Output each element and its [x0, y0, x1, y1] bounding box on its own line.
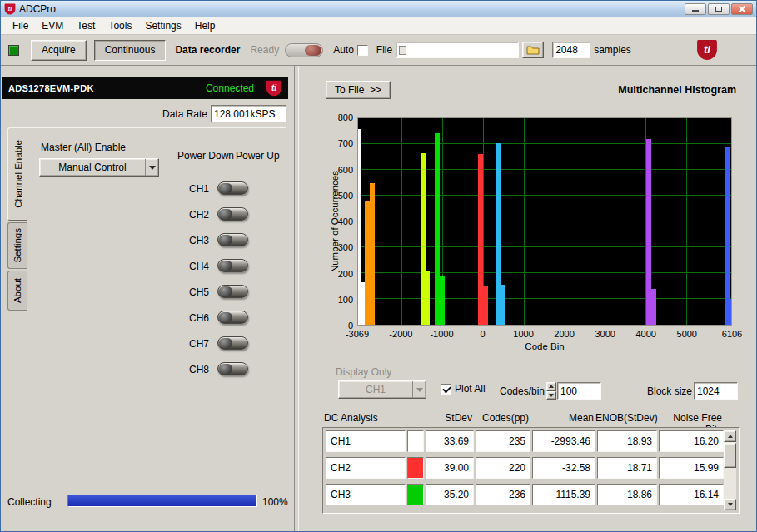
tab-settings-label: Settings — [12, 228, 22, 263]
to-file-button[interactable]: To File >> — [326, 81, 391, 99]
master-enable-dropdown[interactable]: Manual Control — [39, 158, 159, 177]
record-toggle[interactable] — [285, 43, 323, 57]
row-channel: CH2 — [326, 457, 406, 479]
ch3-power-toggle[interactable] — [217, 233, 248, 246]
samples-input[interactable]: 2048 — [552, 42, 590, 58]
table-row: CH2 39.00 220 -32.58 18.71 15.99 — [326, 457, 736, 479]
grid-line — [358, 298, 731, 299]
scrollbar-thumb[interactable] — [724, 443, 736, 468]
display-only-label: Display Only — [336, 366, 391, 378]
tab-channel-enable[interactable]: Channel Enable — [7, 127, 27, 221]
toggle-knob — [219, 183, 232, 193]
scroll-down-icon[interactable] — [724, 499, 736, 510]
row-mean: -32.58 — [532, 457, 595, 479]
histogram-bar — [483, 286, 488, 326]
toggle-knob — [305, 45, 321, 56]
grid-line — [401, 118, 402, 325]
tab-channel-enable-label: Channel Enable — [13, 140, 23, 208]
row-codes-pp: 220 — [476, 457, 530, 479]
path-icon — [399, 46, 406, 55]
dc-row-swatch-1 — [407, 430, 424, 452]
table-scrollbar[interactable] — [724, 430, 736, 510]
table-row: CH1 33.69 235 -2993.46 18.93 16.20 — [326, 430, 736, 452]
acquire-button[interactable]: Acquire — [31, 40, 87, 61]
close-button[interactable] — [731, 3, 753, 15]
menu-settings[interactable]: Settings — [138, 18, 187, 33]
maximize-button[interactable] — [708, 3, 730, 15]
power-down-label: Power Down — [177, 150, 234, 162]
app-icon: ti — [4, 3, 16, 15]
x-tick-label: 1000 — [513, 329, 533, 339]
ch5-power-toggle[interactable] — [217, 285, 248, 298]
histogram-bar — [425, 271, 430, 325]
ch2-label: CH2 — [152, 209, 209, 221]
ch8-power-toggle[interactable] — [217, 362, 248, 375]
data-rate-input[interactable]: 128.001kSPS — [211, 105, 286, 122]
svg-text:ti: ti — [271, 83, 276, 92]
grid-line — [358, 169, 731, 170]
x-tick-label: 5000 — [677, 329, 697, 339]
ch4-power-toggle[interactable] — [217, 259, 248, 272]
tab-settings[interactable]: Settings — [7, 222, 27, 269]
ch6-power-toggle[interactable] — [217, 311, 248, 324]
plot-all-checkbox[interactable] — [441, 384, 451, 395]
data-rate-label: Data Rate — [126, 108, 207, 120]
x-tick-label: 6106 — [722, 329, 742, 339]
file-label: File — [376, 44, 392, 56]
minimize-button[interactable] — [685, 3, 706, 15]
auto-checkbox[interactable] — [357, 45, 368, 56]
histogram-plot[interactable] — [357, 117, 732, 326]
row-channel: CH1 — [326, 430, 406, 452]
continuous-button[interactable]: Continuous — [94, 40, 167, 61]
row-mean: -1115.39 — [532, 484, 595, 505]
y-axis-ticks: 0100200300400500600700800 — [332, 117, 355, 326]
row-stdev: 39.00 — [426, 457, 474, 479]
toggle-knob — [219, 235, 232, 245]
codes-per-bin-spinner[interactable] — [546, 382, 556, 400]
row-noise-free-bits: 16.14 — [659, 484, 724, 505]
histogram-bar — [725, 147, 730, 325]
ch2-power-toggle[interactable] — [217, 207, 248, 221]
dc-row-swatch-2 — [407, 457, 424, 479]
dropdown-arrow-icon — [145, 159, 158, 176]
ch7-power-toggle[interactable] — [217, 336, 248, 350]
row-noise-free-bits: 15.99 — [659, 457, 724, 479]
row-mean: -2993.46 — [532, 430, 595, 452]
menu-tools[interactable]: Tools — [102, 18, 138, 33]
row-codes-pp: 236 — [476, 484, 530, 505]
y-tick-label: 400 — [338, 216, 353, 226]
file-path-input[interactable] — [396, 42, 519, 58]
menu-evm[interactable]: EVM — [35, 18, 70, 33]
menu-test[interactable]: Test — [70, 18, 102, 33]
tab-about[interactable]: About — [7, 271, 27, 311]
x-tick-label: 3000 — [595, 329, 615, 339]
ch7-label: CH7 — [152, 338, 209, 350]
ch6-label: CH6 — [152, 312, 209, 324]
x-tick-label: 2000 — [554, 329, 574, 339]
ch1-power-toggle[interactable] — [217, 181, 248, 195]
toggle-knob — [219, 364, 232, 374]
x-tick-label: -2000 — [389, 329, 412, 339]
toolbar: Acquire Continuous Data recorder Ready A… — [1, 35, 756, 66]
y-tick-label: 600 — [338, 165, 353, 175]
spinner-down-icon[interactable] — [546, 391, 556, 400]
menu-help[interactable]: Help — [188, 18, 222, 33]
display-channel-dropdown[interactable]: CH1 — [338, 380, 426, 399]
progress-percent: 100% — [262, 496, 288, 508]
auto-label: Auto — [333, 44, 354, 56]
connection-status: Connected — [206, 82, 254, 94]
row-enob: 18.93 — [597, 430, 657, 452]
x-tick-label: -3069 — [346, 329, 369, 339]
acquire-led-indicator — [8, 45, 19, 56]
dropdown-arrow-icon — [412, 381, 426, 398]
x-axis-label: Code Bin — [357, 341, 732, 351]
codes-per-bin-input[interactable]: 100 — [557, 382, 601, 400]
samples-label: samples — [594, 44, 631, 56]
browse-folder-button[interactable] — [522, 42, 544, 58]
menu-file[interactable]: File — [6, 18, 35, 33]
x-axis-ticks: -3069-2000-10000100020003000400050006106 — [357, 329, 732, 340]
scroll-up-icon[interactable] — [724, 430, 736, 442]
x-tick-label: 4000 — [635, 329, 655, 339]
spinner-up-icon[interactable] — [546, 382, 556, 391]
block-size-input[interactable]: 1024 — [694, 382, 738, 400]
